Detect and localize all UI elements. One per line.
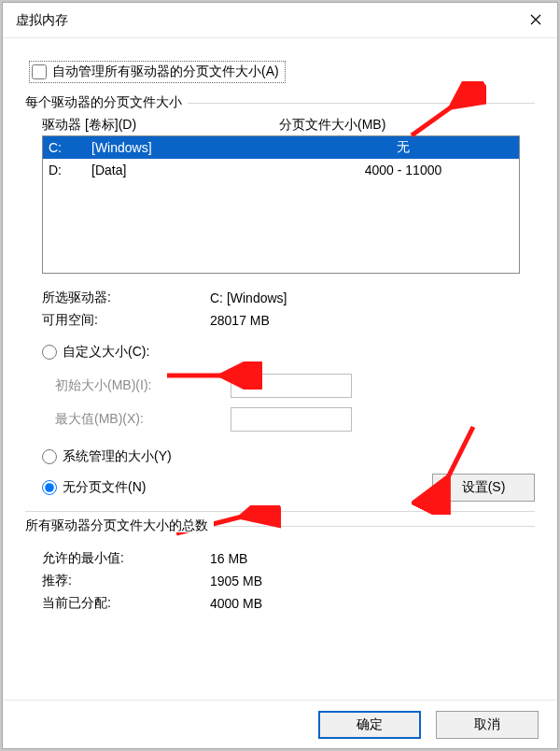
custom-size-radio[interactable]: 自定义大小(C): [42, 339, 535, 365]
window-title: 虚拟内存 [16, 12, 68, 29]
initial-size-input[interactable] [231, 374, 352, 398]
selected-drive-row: 所选驱动器: C: [Windows] [42, 287, 535, 309]
no-paging-radio[interactable]: 无分页文件(N) [42, 475, 146, 501]
cancel-button[interactable]: 取消 [436, 711, 539, 739]
ok-button[interactable]: 确定 [318, 711, 421, 739]
auto-manage-input[interactable] [32, 64, 47, 79]
available-space-row: 可用空间: 28017 MB [42, 309, 535, 332]
drive-row-c[interactable]: C: [Windows] 无 [43, 136, 519, 159]
recommended-row: 推荐: 1905 MB [42, 570, 535, 592]
set-button[interactable]: 设置(S) [432, 474, 535, 502]
close-button[interactable] [514, 3, 557, 38]
drive-list-header: 驱动器 [卷标](D) 分页文件大小(MB) [42, 117, 535, 134]
available-space-value: 28017 MB [210, 313, 270, 328]
auto-manage-label: 自动管理所有驱动器的分页文件大小(A) [52, 64, 279, 80]
min-value-row: 允许的最小值: 16 MB [42, 547, 535, 570]
drive-section-title: 每个驱动器的分页文件大小 [25, 94, 535, 111]
max-size-input[interactable] [231, 407, 352, 432]
max-size-label: 最大值(MB)(X): [55, 411, 231, 428]
dialog-footer: 确定 取消 [3, 700, 557, 748]
selected-drive-value: C: [Windows] [210, 290, 287, 305]
system-managed-radio[interactable]: 系统管理的大小(Y) [42, 444, 535, 470]
header-drive: 驱动器 [卷标](D) [42, 117, 279, 134]
virtual-memory-dialog: 虚拟内存 自动管理所有驱动器的分页文件大小(A) 每个驱动器的分页文件大小 驱动… [2, 2, 558, 749]
header-size: 分页文件大小(MB) [279, 117, 535, 134]
initial-size-label: 初始大小(MB)(I): [55, 377, 231, 394]
drive-row-d[interactable]: D: [Data] 4000 - 11000 [43, 159, 519, 181]
close-icon [530, 13, 541, 28]
auto-manage-checkbox[interactable]: 自动管理所有驱动器的分页文件大小(A) [29, 61, 286, 83]
drive-list[interactable]: C: [Windows] 无 D: [Data] 4000 - 11000 [42, 135, 520, 274]
allocated-row: 当前已分配: 4000 MB [42, 592, 535, 615]
titlebar: 虚拟内存 [3, 3, 557, 38]
totals-title: 所有驱动器分页文件大小的总数 [25, 517, 535, 534]
